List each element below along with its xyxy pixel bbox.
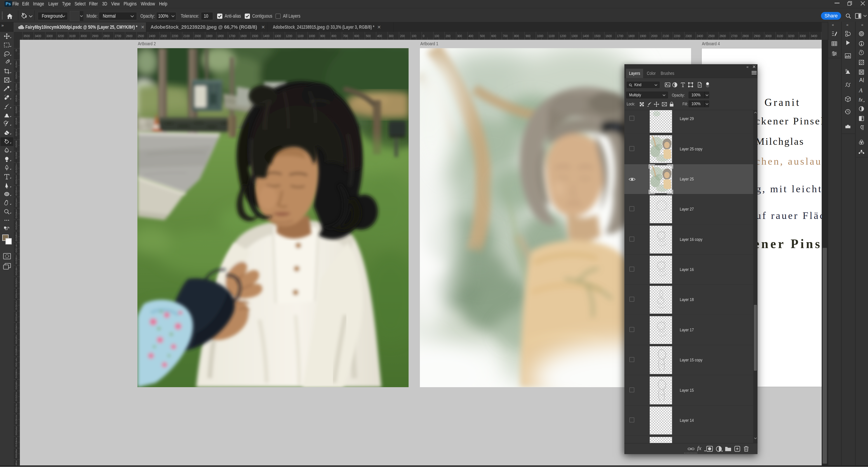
svg-text:A: A <box>859 77 863 83</box>
svg-text:fx: fx <box>859 97 863 103</box>
svg-text:A: A <box>859 87 863 94</box>
